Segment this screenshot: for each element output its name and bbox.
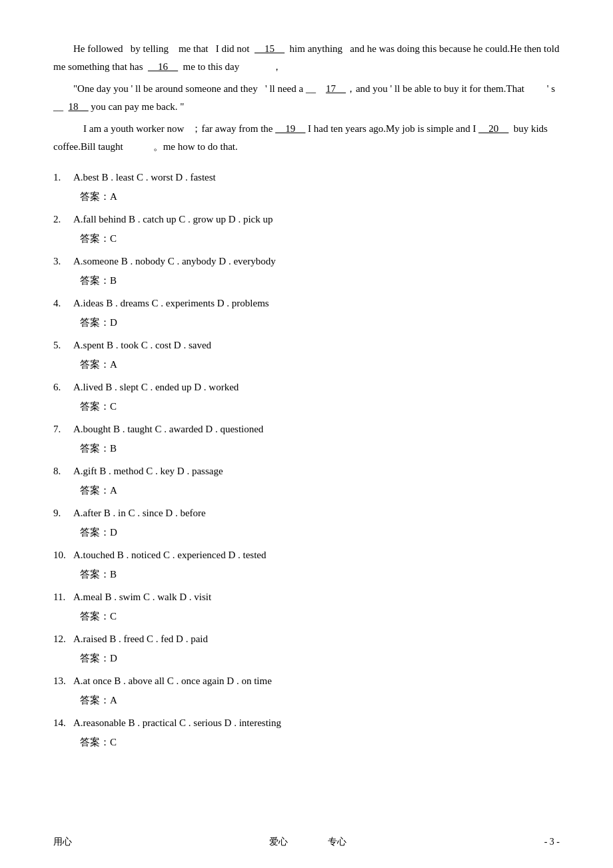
question-item-10: 10.A.touched B . noticed C . experienced… [53, 546, 560, 584]
question-line-14: 14.A.reasonable B . practical C . seriou… [53, 713, 560, 733]
passage-para3: I am a youth worker now ；far away from t… [53, 120, 560, 156]
footer-center2: 专心 [328, 836, 346, 848]
question-item-7: 7.A.bought B . taught C . awarded D . qu… [53, 420, 560, 458]
answer-line-4: 答案：D [80, 313, 560, 332]
question-line-7: 7.A.bought B . taught C . awarded D . qu… [53, 420, 560, 439]
passage-block: He followed by telling me that I did not… [53, 40, 560, 156]
question-line-10: 10.A.touched B . noticed C . experienced… [53, 546, 560, 565]
question-line-8: 8.A.gift B . method C . key D . passage [53, 462, 560, 481]
answer-line-8: 答案：A [80, 481, 560, 500]
answer-line-11: 答案：C [80, 607, 560, 626]
page: He followed by telling me that I did not… [0, 0, 613, 868]
answer-line-10: 答案：B [80, 565, 560, 584]
question-line-1: 1.A.best B . least C . worst D . fastest [53, 168, 560, 187]
question-item-1: 1.A.best B . least C . worst D . fastest… [53, 168, 560, 206]
question-text-11: A.meal B . swim C . walk D . visit [73, 592, 211, 602]
footer-center1: 爱心 [269, 836, 288, 848]
question-line-4: 4.A.ideas B . dreams C . experiments D .… [53, 294, 560, 313]
question-item-13: 13.A.at once B . above all C . once agai… [53, 671, 560, 709]
question-number-6: 6. [53, 378, 73, 397]
question-line-2: 2.A.fall behind B . catch up C . grow up… [53, 210, 560, 229]
question-item-8: 8.A.gift B . method C . key D . passage答… [53, 462, 560, 500]
question-item-6: 6.A.lived B . slept C . ended up D . wor… [53, 378, 560, 416]
question-number-5: 5. [53, 336, 73, 355]
passage-para1: He followed by telling me that I did not… [53, 40, 560, 76]
question-text-1: A.best B . least C . worst D . fastest [73, 172, 216, 183]
question-number-10: 10. [53, 546, 73, 565]
question-item-14: 14.A.reasonable B . practical C . seriou… [53, 713, 560, 751]
answer-line-13: 答案：A [80, 691, 560, 710]
answer-line-6: 答案：C [80, 397, 560, 416]
question-text-10: A.touched B . noticed C . experienced D … [73, 550, 267, 560]
question-number-14: 14. [53, 713, 73, 733]
question-text-3: A.someone B . nobody C . anybody D . eve… [73, 256, 276, 266]
answer-line-3: 答案：B [80, 271, 560, 290]
question-line-13: 13.A.at once B . above all C . once agai… [53, 671, 560, 691]
question-number-2: 2. [53, 210, 73, 229]
question-item-5: 5.A.spent B . took C . cost D . saved答案：… [53, 336, 560, 374]
question-text-6: A.lived B . slept C . ended up D . worke… [73, 382, 239, 392]
question-text-8: A.gift B . method C . key D . passage [73, 466, 223, 476]
question-number-9: 9. [53, 504, 73, 523]
question-number-12: 12. [53, 630, 73, 649]
question-number-7: 7. [53, 420, 73, 439]
answer-line-9: 答案：D [80, 523, 560, 542]
question-text-4: A.ideas B . dreams C . experiments D . p… [73, 298, 269, 308]
question-line-11: 11.A.meal B . swim C . walk D . visit [53, 588, 560, 607]
question-item-2: 2.A.fall behind B . catch up C . grow up… [53, 210, 560, 248]
question-number-4: 4. [53, 294, 73, 313]
question-line-12: 12.A.raised B . freed C . fed D . paid [53, 630, 560, 649]
question-item-9: 9.A.after B . in C . since D . before答案：… [53, 504, 560, 542]
question-number-13: 13. [53, 671, 73, 691]
question-text-14: A.reasonable B . practical C . serious D… [73, 717, 281, 728]
question-text-9: A.after B . in C . since D . before [73, 508, 206, 518]
question-text-2: A.fall behind B . catch up C . grow up D… [73, 214, 273, 224]
footer-center: 爱心专心 [269, 836, 346, 848]
answer-line-7: 答案：B [80, 439, 560, 458]
question-number-1: 1. [53, 168, 73, 187]
question-item-3: 3.A.someone B . nobody C . anybody D . e… [53, 252, 560, 290]
question-text-12: A.raised B . freed C . fed D . paid [73, 634, 208, 644]
question-item-12: 12.A.raised B . freed C . fed D . paid答案… [53, 630, 560, 667]
answer-line-5: 答案：A [80, 355, 560, 374]
answer-line-1: 答案：A [80, 187, 560, 207]
question-number-11: 11. [53, 588, 73, 607]
passage-para2: "One day you ' ll be around someone and … [53, 80, 560, 116]
footer: 用心爱心专心- 3 - [0, 836, 613, 848]
footer-left: 用心 [53, 836, 72, 848]
answer-line-14: 答案：C [80, 733, 560, 752]
question-item-4: 4.A.ideas B . dreams C . experiments D .… [53, 294, 560, 332]
question-number-3: 3. [53, 252, 73, 271]
question-line-9: 9.A.after B . in C . since D . before [53, 504, 560, 523]
answer-line-2: 答案：C [80, 229, 560, 248]
question-text-5: A.spent B . took C . cost D . saved [73, 340, 211, 350]
question-number-8: 8. [53, 462, 73, 481]
question-item-11: 11.A.meal B . swim C . walk D . visit答案：… [53, 588, 560, 626]
question-line-3: 3.A.someone B . nobody C . anybody D . e… [53, 252, 560, 271]
question-text-13: A.at once B . above all C . once again D… [73, 675, 272, 686]
footer-right: - 3 - [544, 837, 560, 847]
answer-line-12: 答案：D [80, 649, 560, 668]
question-text-7: A.bought B . taught C . awarded D . ques… [73, 424, 263, 434]
question-line-6: 6.A.lived B . slept C . ended up D . wor… [53, 378, 560, 397]
questions-block: 1.A.best B . least C . worst D . fastest… [53, 168, 560, 751]
question-line-5: 5.A.spent B . took C . cost D . saved [53, 336, 560, 355]
